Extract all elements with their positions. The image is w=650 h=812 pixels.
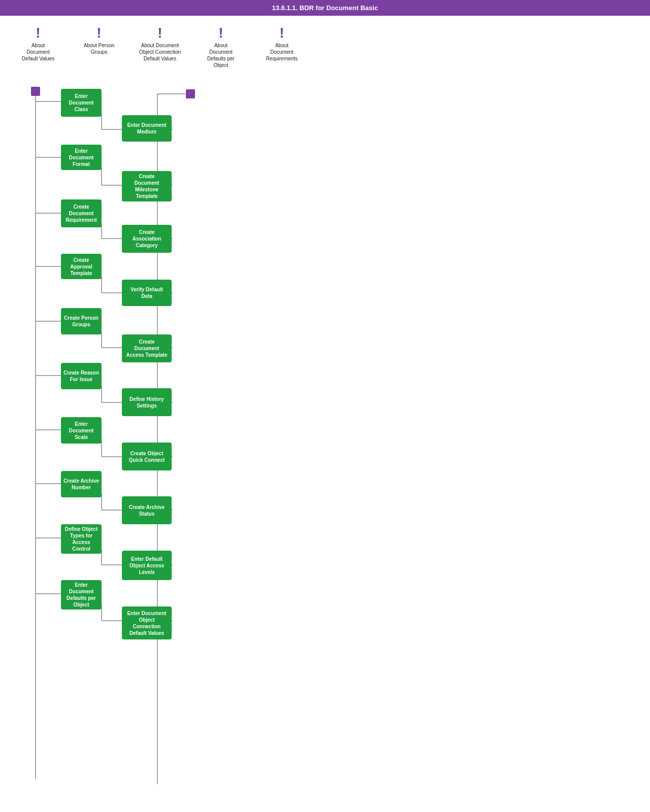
icon-label-5: AboutDocumentRequirements [266,42,298,62]
node-create-archive-num[interactable]: Create ArchiveNumber [61,471,102,497]
node-create-doc-req[interactable]: CreateDocumentRequirement [61,199,102,227]
icons-row: ! AboutDocumentDefault Values ! About Pe… [0,16,650,74]
page-header: 13.6.1.1. BDR for Document Basic [0,0,650,16]
diagram-area: Enter DocumentClass Enter DocumentFormat… [10,79,640,812]
icon-label-1: AboutDocumentDefault Values [22,42,54,62]
node-enter-doc-obj-conn[interactable]: Enter DocumentObjectConnectionDefault Va… [122,606,172,639]
node-create-doc-milestone[interactable]: CreateDocumentMilestoneTemplate [122,171,172,201]
icon-item-doc-default[interactable]: ! AboutDocumentDefault Values [15,26,61,62]
node-create-reason-for-issue[interactable]: Create ReasonFor Issue [61,363,102,389]
diagram-svg [10,79,640,812]
node-enter-doc-scale[interactable]: Enter DocumentScale [61,417,102,444]
exclamation-icon-3: ! [157,26,162,40]
node-enter-doc-medium[interactable]: Enter DocumentMedium [122,115,172,142]
exclamation-icon-1: ! [36,26,40,40]
node-create-approval-tmpl[interactable]: Create ApprovalTemplate [61,254,102,279]
exclamation-icon-4: ! [218,26,223,40]
icon-item-person-groups[interactable]: ! About PersonGroups [76,26,122,55]
node-define-history[interactable]: Define HistorySettings [122,388,172,416]
node-enter-default-obj-access[interactable]: Enter DefaultObject AccessLevels [122,551,172,580]
icon-label-2: About PersonGroups [84,42,115,55]
node-verify-default-data[interactable]: Verify DefaultData [122,280,172,306]
node-create-assoc-cat[interactable]: CreateAssociationCategory [122,225,172,253]
node-define-obj-types-access[interactable]: Define ObjectTypes for AccessControl [61,524,102,554]
icon-item-doc-req[interactable]: ! AboutDocumentRequirements [259,26,305,62]
icon-item-doc-obj-conn[interactable]: ! About DocumentObject ConnectionDefault… [137,26,183,62]
header-title: 13.6.1.1. BDR for Document Basic [272,4,378,12]
exclamation-icon-2: ! [96,26,101,40]
icon-label-3: About DocumentObject ConnectionDefault V… [139,42,181,62]
end-endpoint [186,89,195,98]
node-create-person-groups[interactable]: Create PersonGroups [61,308,102,334]
node-enter-doc-format[interactable]: Enter DocumentFormat [61,145,102,170]
node-create-doc-access-tmpl[interactable]: CreateDocumentAccess Template [122,334,172,362]
node-create-archive-status[interactable]: Create ArchiveStatus [122,496,172,524]
icon-label-4: AboutDocumentDefaults perObject [207,42,235,69]
node-enter-doc-defaults-obj[interactable]: Enter DocumentDefaults perObject [61,580,102,610]
node-create-obj-quick-conn[interactable]: Create ObjectQuick Connect [122,443,172,470]
start-endpoint [31,87,40,96]
icon-item-doc-defaults-obj[interactable]: ! AboutDocumentDefaults perObject [198,26,244,69]
exclamation-icon-5: ! [279,26,284,40]
node-enter-doc-class[interactable]: Enter DocumentClass [61,89,102,117]
